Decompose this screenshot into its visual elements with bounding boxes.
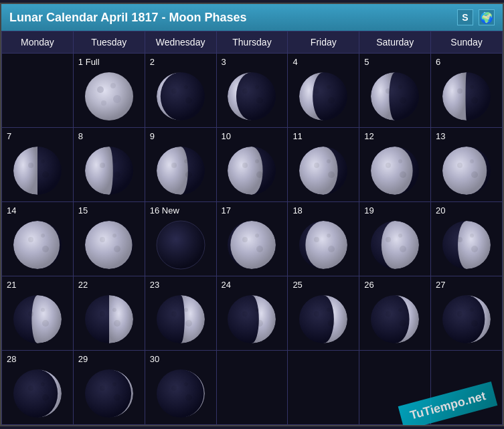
table-cell: 4	[288, 54, 359, 128]
svg-point-7	[171, 88, 177, 94]
moon-phase	[147, 290, 215, 349]
week-row-1: 1 Full 2	[2, 54, 503, 128]
svg-point-140	[114, 394, 120, 401]
svg-point-129	[470, 308, 474, 312]
col-thursday: Thursday	[216, 31, 288, 54]
calendar-table: Monday Tuesday Wednesday Thursday Friday…	[1, 31, 503, 425]
moon-phase	[432, 141, 501, 200]
svg-point-75	[157, 221, 205, 269]
svg-point-108	[171, 311, 177, 317]
day-number: 27	[432, 278, 501, 290]
table-cell: 28	[2, 351, 74, 425]
day-number: 9	[147, 129, 215, 141]
svg-point-120	[328, 320, 335, 327]
table-cell	[431, 351, 503, 425]
svg-point-27	[457, 88, 463, 94]
svg-point-29	[471, 97, 478, 104]
svg-point-98	[28, 311, 33, 317]
svg-point-109	[184, 308, 188, 312]
svg-point-110	[185, 320, 192, 327]
svg-point-74	[114, 246, 120, 252]
svg-point-95	[471, 246, 478, 252]
svg-point-69	[42, 246, 49, 252]
svg-point-38	[112, 159, 116, 163]
svg-point-83	[314, 237, 319, 242]
table-cell: 12	[359, 128, 431, 202]
svg-point-88	[386, 237, 391, 242]
table-cell: 10	[216, 128, 288, 202]
globe-icon[interactable]: 🌍	[479, 9, 495, 25]
svg-point-114	[255, 308, 259, 312]
svg-point-62	[457, 163, 463, 168]
col-tuesday: Tuesday	[73, 31, 145, 54]
title-bar: Lunar Calendar April 1817 - Moon Phases …	[1, 4, 503, 31]
svg-point-103	[100, 311, 105, 317]
day-number: 10	[218, 129, 286, 141]
svg-point-64	[471, 171, 478, 178]
moon-phase	[218, 67, 286, 126]
week-row-2: 7	[2, 128, 503, 202]
table-cell	[288, 351, 359, 425]
day-number: 14	[3, 203, 72, 216]
day-number: 23	[147, 278, 215, 290]
svg-point-94	[470, 234, 474, 238]
moon-phase	[147, 141, 215, 200]
day-number: 21	[3, 278, 72, 290]
svg-point-79	[255, 234, 259, 238]
moon-phase	[432, 67, 501, 126]
moon-phase	[289, 216, 357, 274]
svg-point-3	[113, 95, 121, 103]
moon-phase	[147, 216, 215, 274]
table-cell: 24	[216, 276, 288, 351]
day-number: 4	[289, 55, 357, 67]
table-cell: 7	[2, 128, 74, 202]
table-cell: 26	[359, 276, 431, 351]
col-monday: Monday	[2, 31, 74, 54]
moon-phase	[361, 67, 429, 126]
svg-point-139	[112, 382, 116, 386]
svg-point-84	[327, 234, 331, 238]
table-cell: 16 New	[145, 202, 216, 276]
header-row: Monday Tuesday Wednesday Thursday Friday…	[2, 31, 503, 54]
svg-point-22	[386, 88, 391, 94]
svg-point-18	[327, 85, 331, 89]
col-saturday: Saturday	[359, 31, 431, 54]
svg-point-100	[42, 320, 49, 327]
svg-point-42	[171, 163, 177, 168]
moon-phase	[75, 216, 143, 274]
svg-point-19	[328, 97, 335, 104]
svg-point-130	[471, 320, 478, 327]
table-cell: 2	[145, 54, 216, 128]
day-number: 7	[3, 129, 72, 141]
svg-point-12	[242, 88, 248, 94]
week-row-5: 28	[2, 351, 503, 425]
day-number: 18	[289, 203, 357, 216]
day-number: 24	[218, 278, 286, 290]
table-cell: 19	[359, 202, 431, 276]
table-cell: 23	[145, 276, 216, 351]
table-cell: 9	[145, 128, 216, 202]
col-friday: Friday	[288, 31, 359, 54]
calendar-wrapper: Lunar Calendar April 1817 - Moon Phases …	[0, 3, 504, 426]
table-cell: 30	[145, 351, 216, 425]
moon-phase	[361, 216, 429, 274]
table-cell: 18	[288, 202, 359, 276]
table-cell: 13	[431, 128, 503, 202]
svg-point-113	[242, 311, 248, 317]
moon-phase	[432, 290, 501, 349]
s-icon[interactable]: S	[457, 9, 473, 25]
moon-phase	[147, 67, 215, 126]
svg-point-104	[112, 308, 116, 312]
day-number: 25	[289, 278, 357, 290]
svg-point-80	[256, 246, 263, 252]
svg-point-138	[100, 385, 105, 391]
svg-point-105	[114, 320, 120, 327]
table-cell: 17	[216, 202, 288, 276]
svg-point-33	[41, 159, 45, 163]
day-number: 12	[361, 129, 429, 141]
day-number: 29	[75, 352, 143, 364]
day-number: 3	[218, 55, 286, 67]
svg-point-78	[242, 237, 248, 242]
day-number: 26	[361, 278, 429, 290]
svg-point-134	[41, 382, 45, 386]
